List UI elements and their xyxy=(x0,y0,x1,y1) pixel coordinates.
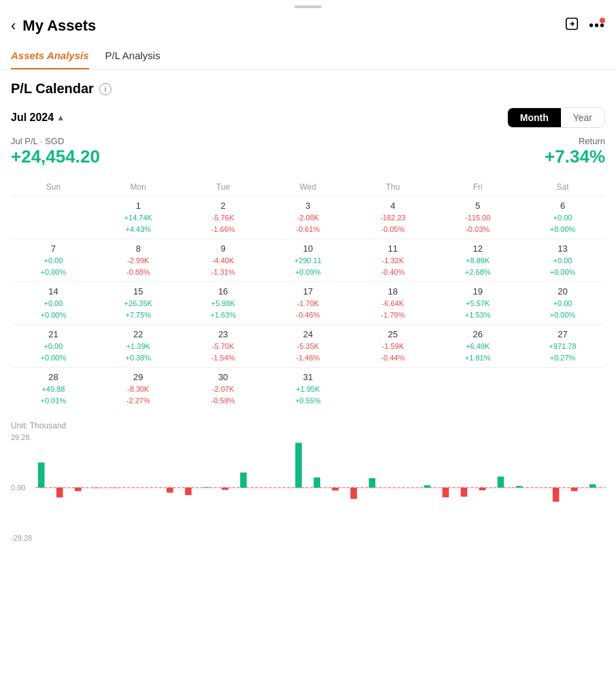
toggle-year[interactable]: Year xyxy=(561,108,604,127)
day-value-2: -1.79% xyxy=(353,309,432,321)
cal-cell: 17-1.70K-0.46% xyxy=(266,282,351,325)
cal-cell: 6+0.00+0.00% xyxy=(520,197,605,239)
tab-assets-analysis[interactable]: Assets Analysis xyxy=(11,43,89,69)
chart-bar xyxy=(571,488,578,491)
tab-pl-analysis[interactable]: P/L Analysis xyxy=(105,43,160,69)
cal-cell: 10+290.11+0.09% xyxy=(266,239,351,282)
day-value-1: -1.32K xyxy=(353,255,432,267)
day-value-2: +4.43% xyxy=(99,224,178,235)
day-number: 23 xyxy=(184,329,263,339)
chart-bar xyxy=(498,477,504,488)
day-value-1: +971.78 xyxy=(523,341,602,352)
chart-bar xyxy=(240,473,247,488)
cal-header-thu: Thu xyxy=(350,178,435,197)
day-number: 14 xyxy=(14,286,93,297)
day-value-1: -1.70K xyxy=(269,298,348,309)
summary-row: Jul P/L · SGD +24,454.20 Return +7.34% xyxy=(11,136,605,167)
day-value-1: -5.35K xyxy=(269,341,348,352)
chart-bar xyxy=(38,462,45,488)
day-value-1: -6.64K xyxy=(353,298,432,309)
cal-cell: 29-8.30K-2.27% xyxy=(96,368,181,411)
cal-cell: 13+0.00+0.00% xyxy=(520,239,605,282)
share-icon[interactable] xyxy=(564,16,579,35)
day-number: 30 xyxy=(184,372,263,382)
day-value-2: -1.46% xyxy=(269,352,348,364)
day-value-1: -5.76K xyxy=(184,212,263,224)
day-number: 2 xyxy=(184,201,263,211)
cal-cell xyxy=(520,368,605,411)
day-value-2: +0.00% xyxy=(14,309,93,321)
day-value-1: +0.00 xyxy=(523,255,602,267)
period-label[interactable]: Jul 2024 ▲ xyxy=(11,112,65,124)
cal-cell xyxy=(11,197,96,239)
day-value-2: +7.75% xyxy=(99,309,178,321)
tab-bar: Assets Analysis P/L Analysis xyxy=(0,43,616,70)
chart-bot-label: -29.28 xyxy=(11,534,32,542)
day-value-1: +49.88 xyxy=(14,384,93,395)
cal-cell xyxy=(435,368,520,411)
cal-header-sun: Sun xyxy=(11,178,96,197)
cal-cell: 12+8.89K+2.68% xyxy=(435,239,520,282)
cal-cell: 23-5.70K-1.54% xyxy=(181,325,266,368)
day-value-1: +14.74K xyxy=(99,212,178,224)
chart-section: Unit: Thousand 29.28 0.00 -29.28 xyxy=(11,421,605,542)
cal-cell: 14+0.00+0.00% xyxy=(11,282,96,325)
cal-header-tue: Tue xyxy=(181,178,266,197)
cal-cell: 20+0.00+0.00% xyxy=(520,282,605,325)
day-number: 25 xyxy=(353,329,432,339)
cal-cell: 24-5.35K-1.46% xyxy=(266,325,351,368)
day-value-2: +0.55% xyxy=(269,395,348,407)
cal-cell: 19+5.57K+1.53% xyxy=(435,282,520,325)
day-value-2: +0.00% xyxy=(523,224,602,235)
cal-cell: 4-182.23-0.05% xyxy=(350,197,435,239)
day-value-1: -2.99K xyxy=(99,255,178,267)
summary-value: +24,454.20 xyxy=(11,146,100,167)
return-label: Return xyxy=(545,136,605,146)
chart-bar xyxy=(313,477,320,488)
day-value-2: +0.00% xyxy=(523,309,602,321)
cal-cell: 3-2.08K-0.61% xyxy=(266,197,351,239)
day-value-1: +5.57K xyxy=(438,298,517,309)
cal-cell: 21+0.00+0.00% xyxy=(11,325,96,368)
info-icon[interactable]: i xyxy=(99,83,112,95)
chart-bar xyxy=(295,443,302,488)
day-number: 24 xyxy=(269,329,348,339)
day-value-1: +0.00 xyxy=(14,298,93,309)
day-number: 31 xyxy=(269,372,348,382)
day-number: 27 xyxy=(523,329,602,339)
day-value-1: -4.40K xyxy=(184,255,263,267)
day-value-2: -0.05% xyxy=(353,224,432,235)
cal-cell: 26+6.49K+1.81% xyxy=(435,325,520,368)
cal-cell: 27+971.78+0.27% xyxy=(520,325,605,368)
chart-bar xyxy=(185,488,192,495)
day-value-2: -1.31% xyxy=(184,267,263,278)
cal-cell: 8-2.99K-0.88% xyxy=(96,239,181,282)
cal-cell: 25-1.59K-0.44% xyxy=(350,325,435,368)
day-value-1: -2.07K xyxy=(184,384,263,395)
day-value-2: +0.00% xyxy=(14,352,93,364)
day-value-2: -0.88% xyxy=(99,267,178,278)
day-value-1: -5.70K xyxy=(184,341,263,352)
toggle-month[interactable]: Month xyxy=(508,108,561,127)
day-number: 3 xyxy=(269,201,348,211)
day-value-1: -115.00 xyxy=(438,212,517,224)
day-number: 22 xyxy=(99,329,178,339)
day-value-1: +26.35K xyxy=(99,298,178,309)
cal-cell: 11-1.32K-0.40% xyxy=(350,239,435,282)
cal-cell: 5-115.00-0.03% xyxy=(435,197,520,239)
day-value-2: -0.44% xyxy=(353,352,432,364)
cal-cell: 18-6.64K-1.79% xyxy=(350,282,435,325)
cal-header-fri: Fri xyxy=(435,178,520,197)
back-button[interactable]: ‹ xyxy=(11,17,16,35)
day-number: 4 xyxy=(353,201,432,211)
day-value-1: +290.11 xyxy=(269,255,348,267)
section-title: P/L Calendar i xyxy=(11,81,605,97)
day-value-2: +1.81% xyxy=(438,352,517,364)
day-number: 29 xyxy=(99,372,178,382)
chart-bar xyxy=(589,484,596,488)
day-value-1: +0.00 xyxy=(523,212,602,224)
day-value-1: +5.98K xyxy=(184,298,263,309)
day-value-1: +0.00 xyxy=(523,298,602,309)
cal-header-mon: Mon xyxy=(96,178,181,197)
chart-bar xyxy=(369,478,375,488)
